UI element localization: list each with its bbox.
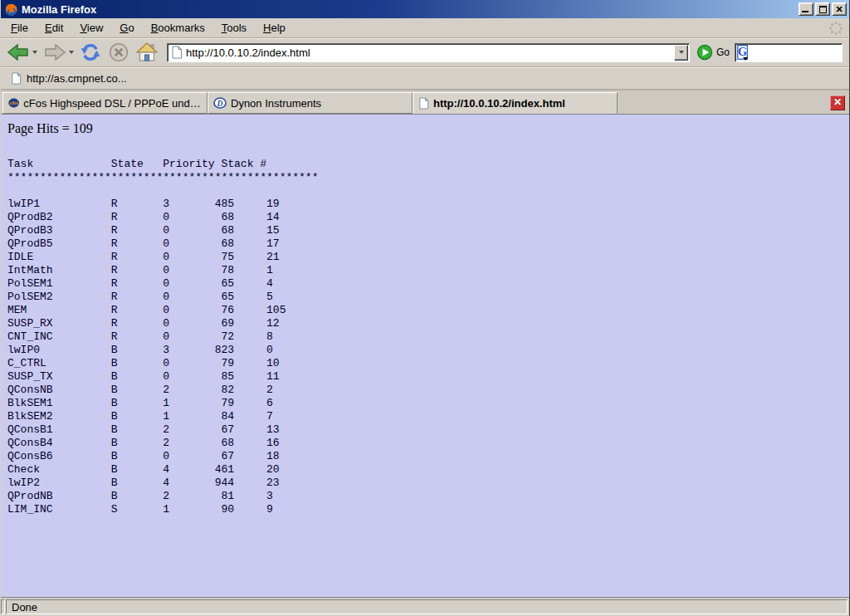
go-button[interactable]: Go: [695, 44, 735, 61]
svg-text:cfos: cfos: [10, 100, 19, 105]
bookmark-label: http://as.cmpnet.co...: [27, 72, 127, 85]
window-title: Mozilla Firefox: [22, 3, 799, 16]
title-bar: Mozilla Firefox ✕: [1, 0, 849, 18]
search-bar: G: [735, 43, 843, 62]
home-icon: [135, 42, 159, 63]
tab-index-html[interactable]: http://10.0.10.2/index.html: [413, 92, 618, 114]
menu-edit[interactable]: Edit: [37, 19, 71, 37]
tab-bar: cfos cFos Highspeed DSL / PPPoE und ISDN…: [1, 90, 849, 115]
bookmarks-toolbar: http://as.cmpnet.co...: [1, 67, 849, 90]
task-table: Task State Priority Stack # ************…: [7, 158, 843, 516]
go-label: Go: [716, 46, 730, 58]
menu-tools[interactable]: Tools: [213, 19, 255, 37]
bookmark-item[interactable]: http://as.cmpnet.co...: [7, 71, 130, 86]
menu-go[interactable]: Go: [111, 19, 142, 37]
browser-window: Mozilla Firefox ✕ File Edit View Go Book…: [0, 0, 850, 616]
close-tab-button[interactable]: ✕: [830, 95, 845, 110]
status-text: Done: [12, 601, 37, 614]
tab-label: Dynon Instruments: [231, 97, 321, 110]
status-bar: Done: [1, 597, 849, 616]
bookmark-page-icon: [11, 72, 22, 85]
menu-help[interactable]: Help: [255, 19, 294, 37]
back-arrow-icon: [6, 42, 31, 63]
tab-label: cFos Highspeed DSL / PPPoE und ISDN CAP.…: [23, 97, 202, 110]
reload-icon: [79, 42, 102, 63]
cfos-favicon: cfos: [8, 96, 19, 110]
navigation-toolbar: Go G: [1, 38, 849, 67]
back-button[interactable]: [4, 40, 39, 65]
tab-label: http://10.0.10.2/index.html: [433, 97, 565, 110]
google-search-engine-icon[interactable]: G: [737, 45, 748, 60]
menu-bar: File Edit View Go Bookmarks Tools Help: [1, 18, 849, 38]
menu-view[interactable]: View: [71, 19, 111, 37]
minimize-button[interactable]: [799, 2, 813, 16]
forward-arrow-icon: [42, 42, 67, 63]
stop-button[interactable]: [105, 40, 132, 65]
home-button[interactable]: [134, 40, 160, 65]
tab-page-icon: [418, 97, 429, 110]
url-dropdown-button[interactable]: [674, 45, 688, 61]
page-icon: [171, 46, 183, 59]
go-icon: [696, 44, 713, 61]
restore-button[interactable]: [815, 2, 830, 16]
menu-bookmarks[interactable]: Bookmarks: [143, 19, 213, 37]
url-bar: [167, 43, 690, 62]
status-grip: [1, 599, 5, 614]
tab-cfos[interactable]: cfos cFos Highspeed DSL / PPPoE und ISDN…: [2, 92, 208, 114]
close-button[interactable]: ✕: [832, 2, 847, 16]
stop-icon: [107, 42, 130, 63]
throbber-icon: [828, 20, 844, 37]
reload-button[interactable]: [77, 40, 104, 65]
forward-button[interactable]: [41, 40, 76, 65]
back-dropdown-icon: [32, 51, 37, 54]
dynon-favicon: D: [213, 96, 227, 110]
tab-dynon[interactable]: D Dynon Instruments: [208, 92, 413, 114]
firefox-logo-icon: [4, 2, 18, 17]
forward-dropdown-icon: [69, 51, 74, 54]
url-input[interactable]: [183, 45, 673, 61]
menu-file[interactable]: File: [2, 19, 37, 37]
page-content: Page Hits = 109 Task State Priority Stac…: [1, 115, 849, 597]
status-text-panel: Done: [6, 599, 848, 614]
search-input[interactable]: [748, 46, 850, 58]
svg-text:D: D: [217, 100, 223, 108]
page-hits-text: Page Hits = 109: [7, 121, 843, 136]
